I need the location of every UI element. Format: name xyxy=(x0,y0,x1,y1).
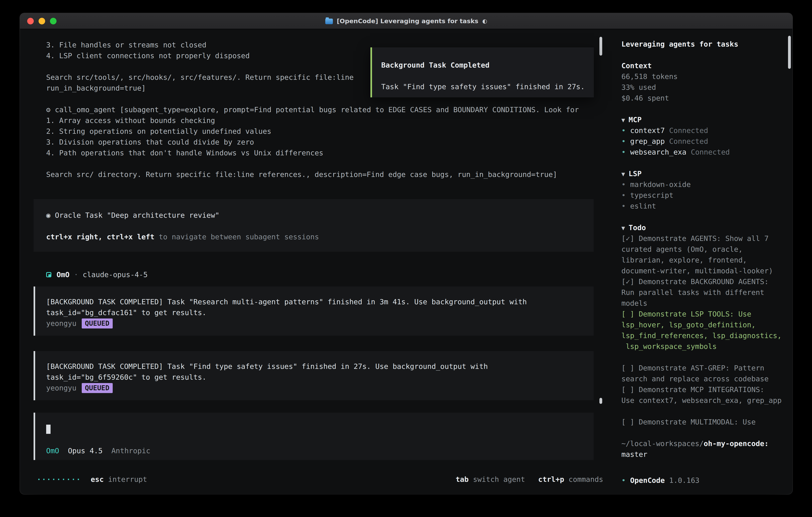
todo-section-header[interactable]: ▼Todo xyxy=(621,222,784,233)
context-used: 33% used xyxy=(621,82,784,93)
tool-call-arg-line xyxy=(46,158,614,169)
lsp-item: •markdown-oxide xyxy=(621,179,784,190)
background-task-message: [BACKGROUND TASK COMPLETED] Task "Resear… xyxy=(34,287,593,336)
message-author: yeongyu xyxy=(46,383,77,393)
message-author: yeongyu xyxy=(46,318,77,329)
oracle-task-title-line: ◉Oracle Task "Deep architecture review" xyxy=(46,210,586,221)
context-header: Context xyxy=(621,60,784,71)
lsp-name: markdown-oxide xyxy=(630,180,691,189)
input-provider-name: Anthropic xyxy=(111,445,150,456)
toast-background-task-completed: Background Task Completed Task "Find typ… xyxy=(371,47,594,98)
mcp-name: grep_app xyxy=(630,137,665,145)
clock-icon: ◐ xyxy=(482,18,487,24)
blank-line xyxy=(621,104,784,114)
input-model-name: Opus 4.5 xyxy=(68,445,103,456)
agent-icon xyxy=(46,272,51,277)
tool-call-line: ⚙call_omo_agent [subagent_type=explore, … xyxy=(46,104,614,115)
titlebar: [OpenCode] Leveraging agents for tasks ◐ xyxy=(20,13,792,29)
esc-key-hint: esc xyxy=(91,474,104,485)
separator-dot: · xyxy=(74,269,78,280)
tool-call-arg-line: 3. Division operations that could divide… xyxy=(46,137,614,147)
workspace-branch: master xyxy=(621,449,784,460)
minimize-button[interactable] xyxy=(38,18,45,24)
bullet-icon: • xyxy=(621,137,626,145)
text-cursor xyxy=(46,425,51,434)
gear-icon: ⚙ xyxy=(46,106,51,114)
todo-item-active: [ ] Demonstrate LSP TOOLS: Use lsp_hover… xyxy=(621,309,784,352)
message-footer: yeongyu QUEUED xyxy=(46,318,586,329)
window-title: [OpenCode] Leveraging agents for tasks ◐ xyxy=(325,18,487,25)
blank-line xyxy=(621,352,784,363)
mcp-section-header[interactable]: ▼MCP xyxy=(621,114,784,125)
toast-title: Background Task Completed xyxy=(381,60,586,71)
todo-item-pending: [ ] Demonstrate MCP INTEGRATIONS: Use co… xyxy=(621,384,784,406)
window-title-text: [OpenCode] Leveraging agents for tasks xyxy=(337,18,478,25)
chat-scrollbar-thumb-bottom[interactable] xyxy=(600,398,602,404)
lsp-header-label: LSP xyxy=(629,169,642,178)
blank-line xyxy=(621,212,784,222)
version-row: •OpenCode1.0.163 xyxy=(621,475,784,486)
tool-call-arg-line: 1. Array access without bounds checking xyxy=(46,115,614,126)
oracle-task-title: Oracle Task "Deep architecture review" xyxy=(55,211,220,219)
blank-line xyxy=(46,221,586,232)
zoom-button[interactable] xyxy=(50,18,57,24)
oracle-hint-keys: ctrl+x right, ctrl+x left xyxy=(46,233,154,241)
mcp-header-label: MCP xyxy=(629,115,642,124)
ctrlp-key-hint: ctrl+p xyxy=(538,474,564,485)
context-tokens: 66,518 tokens xyxy=(621,71,784,82)
tool-call-text: call_omo_agent [subagent_type=explore, p… xyxy=(55,106,579,114)
tool-call-arg-line: Search src/ directory. Return specific f… xyxy=(46,169,614,180)
oracle-hint-text: to navigate between subagent sessions xyxy=(154,233,319,241)
message-line: [BACKGROUND TASK COMPLETED] Task "Find t… xyxy=(46,361,586,372)
input-agent-name: OmO xyxy=(46,445,59,456)
lsp-item: •eslint xyxy=(621,201,784,212)
app-version: 1.0.163 xyxy=(669,476,699,484)
bullet-icon: • xyxy=(621,202,626,210)
prompt-input[interactable]: OmO Opus 4.5 Anthropic xyxy=(34,413,593,460)
blank-line xyxy=(621,158,784,168)
workspace-path-prefix: ~/local-workspaces/ xyxy=(621,439,704,447)
chat-scrollbar-thumb[interactable] xyxy=(600,37,602,56)
chevron-down-icon: ▼ xyxy=(621,116,625,124)
bullet-icon: • xyxy=(621,126,626,135)
blank-line xyxy=(381,71,586,81)
mcp-name: websearch_exa xyxy=(630,148,687,156)
oracle-hint-line: ctrl+x right, ctrl+x left to navigate be… xyxy=(46,232,586,242)
queued-badge: QUEUED xyxy=(82,319,113,328)
tab-key-label: switch agent xyxy=(473,474,525,485)
message-line: task_id="bg_6f59260c" to get results. xyxy=(46,372,586,383)
status-right: tab switch agent ctrl+p commands xyxy=(456,474,603,485)
status-bar: ········· esc interrupt tab switch agent… xyxy=(37,474,603,485)
lsp-section-header[interactable]: ▼LSP xyxy=(621,168,784,179)
mcp-status: Connected xyxy=(691,148,730,156)
background-task-message: [BACKGROUND TASK COMPLETED] Task "Find t… xyxy=(34,351,593,400)
mcp-status: Connected xyxy=(669,126,708,135)
tool-call-arg-line: 2. String operations on potentially unde… xyxy=(46,126,614,137)
window-content: 3. File handles or streams not closed 4.… xyxy=(20,29,792,494)
bullet-icon: • xyxy=(621,191,626,199)
context-spent: $0.46 spent xyxy=(621,93,784,104)
mcp-status: Connected xyxy=(669,137,708,145)
oracle-icon: ◉ xyxy=(46,211,51,219)
bullet-icon: • xyxy=(621,476,626,484)
chat-pane: 3. File handles or streams not closed 4.… xyxy=(20,29,614,494)
session-title: Leveraging agents for tasks xyxy=(621,39,784,50)
ctrlp-key-label: commands xyxy=(569,474,603,485)
app-icon xyxy=(325,19,333,24)
todo-item-done: [✓] Demonstrate AGENTS: Show all 7 curat… xyxy=(621,233,784,276)
chevron-down-icon: ▼ xyxy=(621,170,625,178)
agent-model: claude-opus-4-5 xyxy=(83,269,148,280)
mcp-item: •grep_appConnected xyxy=(621,136,784,147)
queued-badge: QUEUED xyxy=(82,383,113,393)
oracle-task-panel: ◉Oracle Task "Deep architecture review" … xyxy=(34,199,593,252)
sidebar-scrollbar-thumb[interactable] xyxy=(788,36,791,69)
mcp-item: •websearch_exaConnected xyxy=(621,147,784,158)
tool-call-arg-line: 4. Path operations that don't handle Win… xyxy=(46,147,614,158)
close-button[interactable] xyxy=(27,18,34,24)
bullet-icon: • xyxy=(621,148,626,156)
message-line: task_id="bg_dcfac161" to get results. xyxy=(46,307,586,318)
input-cursor-row xyxy=(46,424,586,435)
lsp-name: typescript xyxy=(630,191,673,199)
workspace-repo-name: oh-my-opencode: xyxy=(704,439,768,447)
esc-key-label: interrupt xyxy=(108,474,147,485)
